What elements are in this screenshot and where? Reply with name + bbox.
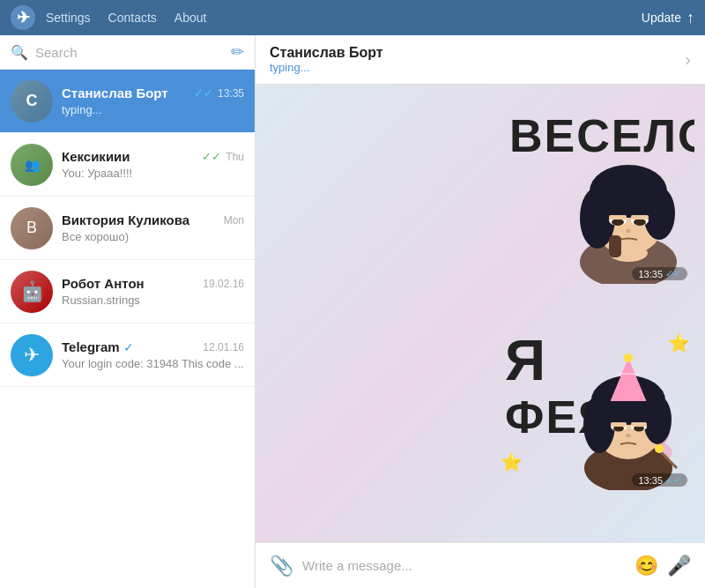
chat-name-row: Станислав Борт ✓✓ 13:35: [62, 86, 244, 100]
message-input[interactable]: [302, 558, 626, 573]
chat-info-stanislav: Станислав Борт ✓✓ 13:35 typing...: [62, 86, 244, 116]
chat-name-row-keksik: Кексикиии ✓✓ Thu: [62, 149, 244, 164]
logo-icon: ✈: [17, 8, 30, 27]
input-area: 📎 😊 🎤: [256, 542, 705, 588]
svg-rect-35: [631, 422, 647, 427]
chat-info-telegram: Telegram ✓ 12.01.16 Your login code: 319…: [62, 339, 244, 370]
svg-point-24: [583, 395, 615, 453]
message-time-veselo: 13:35 ✓✓: [632, 267, 687, 280]
mic-icon[interactable]: 🎤: [667, 555, 691, 577]
contacts-menu-item[interactable]: Contacts: [108, 11, 157, 25]
search-icon: 🔍: [11, 44, 28, 61]
compose-icon[interactable]: ✏: [231, 42, 244, 62]
svg-point-36: [626, 434, 631, 437]
top-bar: ✈ Settings Contacts About Update ↑: [0, 0, 705, 35]
svg-rect-14: [609, 235, 621, 257]
avatar-img-telegram: ✈: [11, 334, 53, 376]
sticker-feya-svg: Я ФЕЯ ⭐ ⭐: [492, 296, 694, 490]
chat-time-telegram: 12.01.16: [203, 341, 244, 354]
update-label: Update: [642, 11, 681, 25]
chat-preview-keksik: You: Урааа!!!!: [62, 167, 244, 180]
svg-rect-34: [611, 422, 627, 427]
chat-name-row-robot: Робот Антон 19.02.16: [62, 276, 244, 291]
chat-time-stanislav: ✓✓ 13:35: [194, 86, 244, 100]
chat-item-telegram[interactable]: ✈ Telegram ✓ 12.01.16 Your login code: 3…: [0, 324, 255, 387]
chat-header-info: Станислав Борт typing...: [270, 45, 383, 74]
chat-list: С Станислав Борт ✓✓ 13:35 typing...: [0, 70, 255, 588]
telegram-logo-icon: ✈: [24, 344, 40, 367]
chat-item-keksik[interactable]: 👥 Кексикиии ✓✓ Thu You: Урааа!!!!: [0, 133, 255, 197]
avatar-telegram: ✈: [11, 334, 53, 376]
update-arrow-icon: ↑: [686, 9, 694, 27]
svg-rect-11: [631, 215, 649, 220]
chat-name-row-telegram: Telegram ✓ 12.01.16: [62, 339, 244, 354]
read-icon-veselo: ✓✓: [665, 268, 681, 279]
chat-header-arrow-icon[interactable]: ›: [685, 49, 691, 70]
svg-text:⭐: ⭐: [501, 451, 523, 473]
chat-info-victoria: Виктория Куликова Mon Все хорошо): [62, 212, 244, 243]
app-logo: ✈: [11, 5, 35, 30]
left-panel: 🔍 ✏ С Станислав Борт ✓✓ 13:35: [0, 35, 256, 588]
chat-item-robot[interactable]: 🤖 Робот Антон 19.02.16 Russian.strings: [0, 260, 255, 324]
svg-point-38: [655, 444, 664, 453]
chat-preview-stanislav: typing...: [62, 103, 244, 116]
avatar-stanislav: С: [11, 80, 53, 123]
chat-preview-robot: Russian.strings: [62, 294, 244, 307]
sticker-veselo-box: ВЕСЕЛО: [492, 99, 694, 287]
avatar-keksik: 👥: [11, 144, 53, 186]
svg-rect-10: [609, 215, 627, 220]
chat-header-status: typing...: [270, 61, 383, 74]
sticker-feya-container: Я ФЕЯ ⭐ ⭐: [492, 296, 694, 494]
chat-name-stanislav: Станислав Борт: [62, 86, 168, 100]
read-icon-feya: ✓✓: [665, 474, 681, 486]
chat-item-stanislav[interactable]: С Станислав Борт ✓✓ 13:35 typing...: [0, 70, 255, 133]
svg-point-8: [612, 219, 624, 226]
checkmark-stanislav: ✓✓: [194, 86, 213, 100]
message-time-feya: 13:35 ✓✓: [632, 473, 687, 487]
svg-point-27: [624, 354, 633, 362]
sticker-feya-box: Я ФЕЯ ⭐ ⭐: [492, 296, 694, 494]
settings-menu-item[interactable]: Settings: [46, 11, 91, 25]
sticker-veselo-svg: ВЕСЕЛО: [492, 99, 694, 284]
chat-name-row-victoria: Виктория Куликова Mon: [62, 212, 244, 227]
chat-name-victoria: Виктория Куликова: [62, 212, 189, 227]
checkmark-keksik: ✓✓: [202, 150, 221, 163]
message-feya: Я ФЕЯ ⭐ ⭐: [266, 296, 694, 494]
chat-item-victoria[interactable]: В Виктория Куликова Mon Все хорошо): [0, 197, 255, 260]
avatar-img-stanislav: С: [11, 80, 53, 123]
chat-name-keksik: Кексикиии: [62, 149, 130, 164]
attach-icon[interactable]: 📎: [270, 555, 293, 577]
avatar-img-robot: 🤖: [11, 271, 53, 313]
svg-point-5: [643, 187, 675, 240]
emoji-icon[interactable]: 😊: [634, 555, 658, 577]
about-menu-item[interactable]: About: [174, 11, 207, 25]
chat-time-robot: 19.02.16: [203, 278, 244, 290]
right-panel: Станислав Борт typing... › ВЕСЕЛО: [256, 35, 705, 588]
search-bar: 🔍 ✏: [0, 35, 255, 70]
message-veselo: ВЕСЕЛО: [266, 99, 694, 287]
svg-point-9: [634, 219, 646, 226]
chat-preview-victoria: Все хорошо): [62, 230, 244, 243]
svg-point-12: [626, 229, 631, 233]
verified-icon: ✓: [123, 340, 134, 354]
avatar-img-victoria: В: [11, 207, 53, 249]
svg-text:ВЕСЕЛО: ВЕСЕЛО: [509, 110, 694, 161]
chat-info-keksik: Кексикиии ✓✓ Thu You: Урааа!!!!: [62, 149, 244, 180]
search-input[interactable]: [35, 45, 224, 60]
chat-header-name: Станислав Борт: [270, 45, 383, 61]
chat-name-telegram: Telegram: [62, 339, 120, 354]
avatar-robot: 🤖: [11, 271, 53, 313]
svg-point-25: [643, 395, 672, 444]
sticker-veselo-container: ВЕСЕЛО: [492, 99, 694, 287]
chat-header: Станислав Борт typing... ›: [256, 35, 705, 85]
chat-time-victoria: Mon: [224, 214, 244, 227]
update-button[interactable]: Update ↑: [642, 9, 694, 27]
chat-name-robot: Робот Антон: [62, 276, 145, 291]
svg-text:Я: Я: [505, 329, 547, 392]
messages-area: ВЕСЕЛО: [256, 85, 705, 542]
avatar-victoria: В: [11, 207, 53, 249]
chat-preview-telegram: Your login code: 31948 This code ...: [62, 357, 244, 370]
chat-info-robot: Робот Антон 19.02.16 Russian.strings: [62, 276, 244, 307]
svg-text:⭐: ⭐: [668, 332, 690, 354]
avatar-img-keksik: 👥: [11, 144, 53, 186]
